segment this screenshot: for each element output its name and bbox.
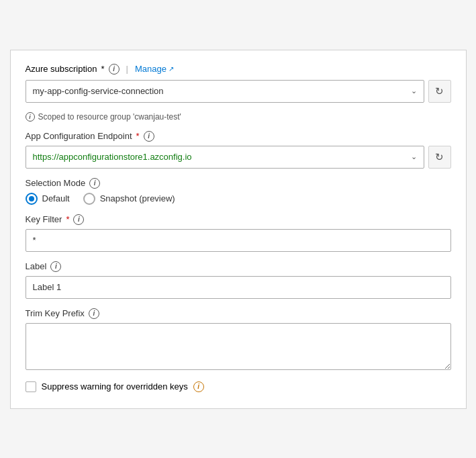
- label-label-row: Label i: [26, 261, 451, 272]
- scoped-note: i Scoped to resource group 'cwanjau-test…: [26, 112, 451, 122]
- suppress-warning-checkbox[interactable]: [26, 381, 36, 392]
- suppress-warning-info-icon[interactable]: i: [193, 381, 204, 392]
- selection-mode-section: Selection Mode i Default Snapshot (previ…: [26, 178, 451, 205]
- scoped-note-text: Scoped to resource group 'cwanjau-test': [38, 112, 181, 122]
- trim-key-prefix-section: Trim Key Prefix i: [26, 308, 451, 372]
- suppress-warning-label: Suppress warning for overridden keys: [42, 381, 188, 392]
- endpoint-dropdown[interactable]: https://appconfigurationstore1.azconfig.…: [26, 146, 424, 169]
- endpoint-refresh-button[interactable]: ↻: [428, 146, 451, 169]
- endpoint-info-icon[interactable]: i: [144, 131, 154, 142]
- subscription-chevron-icon: ⌄: [411, 87, 417, 95]
- header-divider: |: [126, 64, 128, 74]
- radio-outer-snapshot: [83, 193, 95, 205]
- endpoint-dropdown-wrapper: https://appconfigurationstore1.azconfig.…: [26, 146, 451, 169]
- selection-mode-label-row: Selection Mode i: [26, 178, 451, 189]
- endpoint-required-marker: *: [136, 131, 140, 141]
- key-filter-input[interactable]: [26, 229, 451, 252]
- main-panel: Azure subscription * i | Manage ↗ my-app…: [10, 50, 467, 409]
- endpoint-section: App Configuration Endpoint * i https://a…: [26, 131, 451, 169]
- subscription-dropdown-wrapper: my-app-config-service-connection ⌄ ↻: [26, 80, 451, 103]
- subscription-refresh-button[interactable]: ↻: [428, 80, 451, 103]
- endpoint-label: App Configuration Endpoint: [26, 131, 132, 141]
- manage-link[interactable]: Manage ↗: [135, 64, 174, 74]
- azure-subscription-label: Azure subscription: [26, 64, 97, 74]
- suppress-warning-row: Suppress warning for overridden keys i: [26, 381, 451, 392]
- selection-mode-label: Selection Mode: [26, 178, 86, 188]
- endpoint-selected-value: https://appconfigurationstore1.azconfig.…: [33, 152, 192, 162]
- key-filter-label-row: Key Filter * i: [26, 214, 451, 225]
- radio-inner-default: [29, 196, 34, 201]
- radio-outer-default: [26, 193, 38, 205]
- label-section: Label i: [26, 261, 451, 299]
- radio-label-default: Default: [42, 193, 70, 203]
- label-info-icon[interactable]: i: [50, 261, 61, 272]
- scoped-note-icon: i: [26, 112, 35, 122]
- subscription-required-marker: *: [101, 64, 104, 74]
- trim-key-prefix-textarea[interactable]: [26, 323, 451, 370]
- radio-option-default[interactable]: Default: [26, 193, 70, 205]
- subscription-selected-value: my-app-config-service-connection: [33, 86, 164, 96]
- subscription-dropdown[interactable]: my-app-config-service-connection ⌄: [26, 80, 424, 103]
- radio-option-snapshot[interactable]: Snapshot (preview): [83, 193, 175, 205]
- key-filter-info-icon[interactable]: i: [73, 214, 84, 225]
- endpoint-chevron-icon: ⌄: [411, 152, 417, 161]
- azure-subscription-section: Azure subscription * i | Manage ↗ my-app…: [26, 64, 451, 103]
- key-filter-required-marker: *: [66, 214, 69, 224]
- label-input[interactable]: [26, 276, 451, 299]
- selection-mode-info-icon[interactable]: i: [89, 178, 100, 189]
- subscription-info-icon[interactable]: i: [109, 64, 120, 75]
- manage-label: Manage: [135, 64, 166, 74]
- label-label: Label: [26, 261, 47, 271]
- trim-key-prefix-label-row: Trim Key Prefix i: [26, 308, 451, 319]
- trim-key-prefix-label: Trim Key Prefix: [26, 308, 85, 318]
- selection-mode-radio-group: Default Snapshot (preview): [26, 193, 451, 205]
- trim-key-prefix-info-icon[interactable]: i: [89, 308, 99, 319]
- endpoint-label-row: App Configuration Endpoint * i: [26, 131, 451, 142]
- key-filter-label: Key Filter: [26, 214, 62, 224]
- azure-subscription-header: Azure subscription * i | Manage ↗: [26, 64, 451, 75]
- key-filter-section: Key Filter * i: [26, 214, 451, 252]
- external-link-icon: ↗: [169, 65, 174, 73]
- radio-label-snapshot: Snapshot (preview): [100, 193, 175, 203]
